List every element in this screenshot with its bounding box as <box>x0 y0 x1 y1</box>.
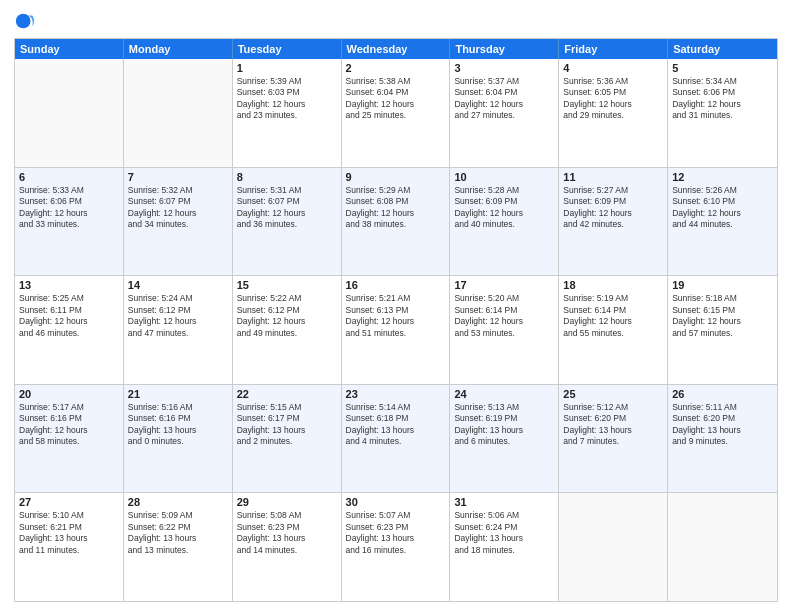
calendar-cell: 6Sunrise: 5:33 AM Sunset: 6:06 PM Daylig… <box>15 168 124 276</box>
calendar-body: 1Sunrise: 5:39 AM Sunset: 6:03 PM Daylig… <box>15 59 777 601</box>
day-number: 25 <box>563 388 663 400</box>
day-content: Sunrise: 5:38 AM Sunset: 6:04 PM Dayligh… <box>346 76 446 122</box>
day-number: 31 <box>454 496 554 508</box>
day-content: Sunrise: 5:28 AM Sunset: 6:09 PM Dayligh… <box>454 185 554 231</box>
day-number: 4 <box>563 62 663 74</box>
calendar-week-2: 13Sunrise: 5:25 AM Sunset: 6:11 PM Dayli… <box>15 275 777 384</box>
day-content: Sunrise: 5:24 AM Sunset: 6:12 PM Dayligh… <box>128 293 228 339</box>
calendar-cell: 16Sunrise: 5:21 AM Sunset: 6:13 PM Dayli… <box>342 276 451 384</box>
day-content: Sunrise: 5:14 AM Sunset: 6:18 PM Dayligh… <box>346 402 446 448</box>
day-content: Sunrise: 5:36 AM Sunset: 6:05 PM Dayligh… <box>563 76 663 122</box>
calendar-header: SundayMondayTuesdayWednesdayThursdayFrid… <box>15 39 777 59</box>
day-content: Sunrise: 5:13 AM Sunset: 6:19 PM Dayligh… <box>454 402 554 448</box>
day-number: 24 <box>454 388 554 400</box>
day-number: 8 <box>237 171 337 183</box>
day-number: 15 <box>237 279 337 291</box>
calendar-cell: 23Sunrise: 5:14 AM Sunset: 6:18 PM Dayli… <box>342 385 451 493</box>
calendar-cell: 10Sunrise: 5:28 AM Sunset: 6:09 PM Dayli… <box>450 168 559 276</box>
day-content: Sunrise: 5:33 AM Sunset: 6:06 PM Dayligh… <box>19 185 119 231</box>
calendar-cell: 22Sunrise: 5:15 AM Sunset: 6:17 PM Dayli… <box>233 385 342 493</box>
calendar-cell: 8Sunrise: 5:31 AM Sunset: 6:07 PM Daylig… <box>233 168 342 276</box>
header-day-tuesday: Tuesday <box>233 39 342 59</box>
calendar-cell: 24Sunrise: 5:13 AM Sunset: 6:19 PM Dayli… <box>450 385 559 493</box>
day-content: Sunrise: 5:07 AM Sunset: 6:23 PM Dayligh… <box>346 510 446 556</box>
calendar-week-0: 1Sunrise: 5:39 AM Sunset: 6:03 PM Daylig… <box>15 59 777 167</box>
day-number: 29 <box>237 496 337 508</box>
day-content: Sunrise: 5:17 AM Sunset: 6:16 PM Dayligh… <box>19 402 119 448</box>
calendar-cell: 30Sunrise: 5:07 AM Sunset: 6:23 PM Dayli… <box>342 493 451 601</box>
day-number: 5 <box>672 62 773 74</box>
day-number: 19 <box>672 279 773 291</box>
day-number: 12 <box>672 171 773 183</box>
day-content: Sunrise: 5:15 AM Sunset: 6:17 PM Dayligh… <box>237 402 337 448</box>
day-content: Sunrise: 5:27 AM Sunset: 6:09 PM Dayligh… <box>563 185 663 231</box>
header-day-wednesday: Wednesday <box>342 39 451 59</box>
header-day-sunday: Sunday <box>15 39 124 59</box>
calendar-cell: 11Sunrise: 5:27 AM Sunset: 6:09 PM Dayli… <box>559 168 668 276</box>
day-number: 14 <box>128 279 228 291</box>
calendar-cell: 19Sunrise: 5:18 AM Sunset: 6:15 PM Dayli… <box>668 276 777 384</box>
day-number: 13 <box>19 279 119 291</box>
day-content: Sunrise: 5:31 AM Sunset: 6:07 PM Dayligh… <box>237 185 337 231</box>
logo <box>14 10 40 32</box>
calendar-week-1: 6Sunrise: 5:33 AM Sunset: 6:06 PM Daylig… <box>15 167 777 276</box>
calendar-cell <box>559 493 668 601</box>
day-content: Sunrise: 5:08 AM Sunset: 6:23 PM Dayligh… <box>237 510 337 556</box>
calendar-cell: 25Sunrise: 5:12 AM Sunset: 6:20 PM Dayli… <box>559 385 668 493</box>
calendar-cell <box>668 493 777 601</box>
day-number: 18 <box>563 279 663 291</box>
day-number: 22 <box>237 388 337 400</box>
calendar-cell: 15Sunrise: 5:22 AM Sunset: 6:12 PM Dayli… <box>233 276 342 384</box>
svg-point-0 <box>16 14 31 29</box>
calendar-cell: 9Sunrise: 5:29 AM Sunset: 6:08 PM Daylig… <box>342 168 451 276</box>
day-content: Sunrise: 5:34 AM Sunset: 6:06 PM Dayligh… <box>672 76 773 122</box>
calendar-cell: 28Sunrise: 5:09 AM Sunset: 6:22 PM Dayli… <box>124 493 233 601</box>
day-number: 9 <box>346 171 446 183</box>
calendar-cell: 2Sunrise: 5:38 AM Sunset: 6:04 PM Daylig… <box>342 59 451 167</box>
calendar-week-4: 27Sunrise: 5:10 AM Sunset: 6:21 PM Dayli… <box>15 492 777 601</box>
day-number: 11 <box>563 171 663 183</box>
day-number: 23 <box>346 388 446 400</box>
header-day-saturday: Saturday <box>668 39 777 59</box>
header <box>14 10 778 32</box>
day-number: 28 <box>128 496 228 508</box>
day-number: 7 <box>128 171 228 183</box>
calendar-cell: 17Sunrise: 5:20 AM Sunset: 6:14 PM Dayli… <box>450 276 559 384</box>
calendar-cell <box>15 59 124 167</box>
day-content: Sunrise: 5:26 AM Sunset: 6:10 PM Dayligh… <box>672 185 773 231</box>
calendar-cell: 1Sunrise: 5:39 AM Sunset: 6:03 PM Daylig… <box>233 59 342 167</box>
day-number: 6 <box>19 171 119 183</box>
day-number: 21 <box>128 388 228 400</box>
day-content: Sunrise: 5:09 AM Sunset: 6:22 PM Dayligh… <box>128 510 228 556</box>
page: SundayMondayTuesdayWednesdayThursdayFrid… <box>0 0 792 612</box>
calendar-cell: 12Sunrise: 5:26 AM Sunset: 6:10 PM Dayli… <box>668 168 777 276</box>
day-content: Sunrise: 5:32 AM Sunset: 6:07 PM Dayligh… <box>128 185 228 231</box>
calendar-cell: 4Sunrise: 5:36 AM Sunset: 6:05 PM Daylig… <box>559 59 668 167</box>
logo-icon <box>14 10 36 32</box>
calendar: SundayMondayTuesdayWednesdayThursdayFrid… <box>14 38 778 602</box>
header-day-thursday: Thursday <box>450 39 559 59</box>
day-content: Sunrise: 5:22 AM Sunset: 6:12 PM Dayligh… <box>237 293 337 339</box>
day-content: Sunrise: 5:21 AM Sunset: 6:13 PM Dayligh… <box>346 293 446 339</box>
day-content: Sunrise: 5:11 AM Sunset: 6:20 PM Dayligh… <box>672 402 773 448</box>
calendar-cell: 5Sunrise: 5:34 AM Sunset: 6:06 PM Daylig… <box>668 59 777 167</box>
day-content: Sunrise: 5:16 AM Sunset: 6:16 PM Dayligh… <box>128 402 228 448</box>
day-content: Sunrise: 5:39 AM Sunset: 6:03 PM Dayligh… <box>237 76 337 122</box>
calendar-cell: 20Sunrise: 5:17 AM Sunset: 6:16 PM Dayli… <box>15 385 124 493</box>
calendar-cell: 26Sunrise: 5:11 AM Sunset: 6:20 PM Dayli… <box>668 385 777 493</box>
day-content: Sunrise: 5:18 AM Sunset: 6:15 PM Dayligh… <box>672 293 773 339</box>
calendar-cell: 3Sunrise: 5:37 AM Sunset: 6:04 PM Daylig… <box>450 59 559 167</box>
day-content: Sunrise: 5:19 AM Sunset: 6:14 PM Dayligh… <box>563 293 663 339</box>
calendar-week-3: 20Sunrise: 5:17 AM Sunset: 6:16 PM Dayli… <box>15 384 777 493</box>
calendar-cell: 7Sunrise: 5:32 AM Sunset: 6:07 PM Daylig… <box>124 168 233 276</box>
day-content: Sunrise: 5:10 AM Sunset: 6:21 PM Dayligh… <box>19 510 119 556</box>
day-number: 17 <box>454 279 554 291</box>
day-content: Sunrise: 5:25 AM Sunset: 6:11 PM Dayligh… <box>19 293 119 339</box>
calendar-cell: 27Sunrise: 5:10 AM Sunset: 6:21 PM Dayli… <box>15 493 124 601</box>
day-number: 16 <box>346 279 446 291</box>
calendar-cell: 31Sunrise: 5:06 AM Sunset: 6:24 PM Dayli… <box>450 493 559 601</box>
header-day-friday: Friday <box>559 39 668 59</box>
day-content: Sunrise: 5:29 AM Sunset: 6:08 PM Dayligh… <box>346 185 446 231</box>
header-day-monday: Monday <box>124 39 233 59</box>
day-number: 27 <box>19 496 119 508</box>
